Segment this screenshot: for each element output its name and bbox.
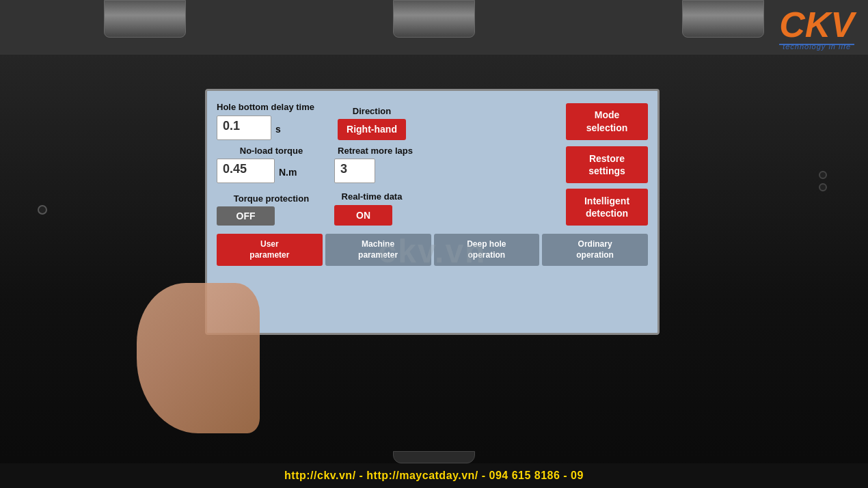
tab-ordinary-operation[interactable]: Ordinaryoperation bbox=[542, 234, 648, 266]
logo-brand: CKV bbox=[779, 7, 854, 42]
no-load-input-row: 0.45 N.m bbox=[217, 159, 326, 183]
intelligent-detection-button[interactable]: Intelligentdetection bbox=[566, 189, 648, 226]
mode-selection-button[interactable]: Modeselection bbox=[566, 103, 648, 140]
realtime-label: Real-time data bbox=[334, 191, 409, 202]
no-load-label: No-load torque bbox=[217, 146, 326, 157]
row-torque-retreat: No-load torque 0.45 N.m Retreat more lap… bbox=[217, 146, 648, 184]
screw-bottom bbox=[819, 183, 827, 191]
row-hole-direction: Hole bottom delay time 0.1 s Direction R… bbox=[217, 102, 648, 140]
bottom-text: http://ckv.vn/ - http://maycatday.vn/ - … bbox=[284, 470, 584, 482]
hole-bottom-input-row: 0.1 s bbox=[217, 116, 281, 140]
torque-prot-button[interactable]: OFF bbox=[217, 206, 275, 226]
hand-overlay bbox=[137, 283, 260, 433]
clip-right bbox=[682, 0, 764, 38]
right-screws bbox=[819, 171, 827, 191]
col-no-load-torque: No-load torque 0.45 N.m bbox=[217, 146, 326, 184]
tab-machine-parameter[interactable]: Machineparameter bbox=[325, 234, 431, 266]
clip-center bbox=[393, 0, 475, 38]
screw-top bbox=[819, 171, 827, 179]
realtime-input-row: ON bbox=[334, 205, 409, 226]
col-restore: Restoresettings bbox=[566, 146, 648, 183]
no-load-unit: N.m bbox=[279, 167, 297, 178]
tab-user-parameter[interactable]: Userparameter bbox=[217, 234, 323, 266]
col-intelligent: Intelligentdetection bbox=[566, 189, 648, 226]
no-load-value[interactable]: 0.45 bbox=[217, 159, 275, 183]
retreat-label: Retreat more laps bbox=[334, 146, 416, 157]
row-protection-realtime: Torque protection OFF Real-time data ON … bbox=[217, 189, 648, 226]
restore-settings-button[interactable]: Restoresettings bbox=[566, 146, 648, 183]
bottom-bar: http://ckv.vn/ - http://maycatday.vn/ - … bbox=[0, 463, 868, 488]
torque-prot-label: Torque protection bbox=[217, 193, 326, 204]
col-retreat-laps: Retreat more laps 3 bbox=[334, 146, 416, 184]
direction-button[interactable]: Right-hand bbox=[338, 119, 406, 139]
clip-left bbox=[104, 0, 186, 38]
logo-tagline: technology in life bbox=[779, 42, 854, 51]
hole-bottom-label: Hole bottom delay time bbox=[217, 102, 314, 113]
col-torque-protection: Torque protection OFF bbox=[217, 193, 326, 226]
device-top bbox=[0, 0, 868, 55]
left-screw bbox=[38, 205, 47, 215]
retreat-value[interactable]: 3 bbox=[334, 159, 375, 183]
logo-area: CKV technology in life bbox=[779, 7, 854, 51]
hole-bottom-unit: s bbox=[275, 124, 281, 135]
direction-label: Direction bbox=[353, 106, 391, 117]
tab-row: Userparameter Machineparameter Deep hole… bbox=[217, 234, 648, 266]
hole-bottom-value[interactable]: 0.1 bbox=[217, 116, 271, 140]
col-realtime-data: Real-time data ON bbox=[334, 191, 409, 226]
realtime-button[interactable]: ON bbox=[334, 205, 392, 226]
col-mode-selection: Modeselection bbox=[566, 103, 648, 140]
tab-deep-hole-operation[interactable]: Deep holeoperation bbox=[434, 234, 540, 266]
device-bottom-groove bbox=[393, 451, 475, 463]
col-direction: Direction Right-hand bbox=[334, 106, 409, 140]
torque-prot-input-row: OFF bbox=[217, 206, 326, 226]
retreat-input-row: 3 bbox=[334, 159, 416, 183]
col-hole-bottom: Hole bottom delay time 0.1 s bbox=[217, 102, 326, 140]
main-screen: Hole bottom delay time 0.1 s Direction R… bbox=[205, 89, 660, 335]
